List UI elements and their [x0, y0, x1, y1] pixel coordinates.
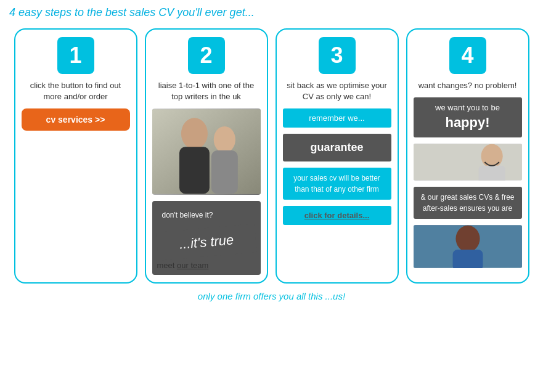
meet-team-text: meet our team [157, 261, 256, 270]
click-link[interactable]: click [304, 211, 322, 220]
svg-rect-11 [452, 250, 483, 268]
cv-services-button[interactable]: cv services >> [22, 108, 130, 131]
team-photo [152, 108, 261, 195]
remember-box: remember we... [283, 108, 391, 128]
card-2-description: liaise 1-to-1 with one of the top writer… [152, 80, 261, 102]
card-1-description: click the button to find out more and/or… [22, 80, 130, 102]
card-4-description: want changes? no problem! [418, 80, 517, 91]
click-details-box: click for details... [283, 206, 391, 225]
man-photo [414, 225, 522, 268]
svg-point-7 [481, 144, 502, 168]
guarantee-box: guarantee [283, 134, 391, 161]
its-true-text: ...it's true [156, 224, 256, 261]
better-box: your sales cv will be better than that o… [283, 168, 391, 200]
card-1: 1 click the button to find out more and/… [14, 28, 137, 284]
card-3-description: sit back as we optimise your CV as only … [283, 80, 391, 102]
svg-point-10 [455, 226, 480, 252]
card-3: 3 sit back as we optimise your CV as onl… [276, 28, 399, 284]
smile-photo [414, 144, 522, 181]
svg-point-4 [213, 126, 235, 153]
our-team-link[interactable]: our team [177, 261, 208, 270]
card-2-dark-section: don't believe it? ...it's true meet our … [152, 201, 261, 274]
step-1-number: 1 [57, 37, 94, 74]
happy-text: happy! [418, 113, 517, 133]
cards-container: 1 click the button to find out more and/… [9, 28, 534, 284]
svg-point-2 [181, 118, 207, 150]
svg-rect-5 [211, 150, 237, 194]
after-sales-box: & our great sales CVs & free after-sales… [414, 187, 522, 219]
happy-box: we want you to be happy! [414, 97, 522, 137]
for-details-text: for details... [322, 211, 370, 220]
we-want-text: we want you to be [435, 103, 500, 112]
step-3-number: 3 [319, 37, 356, 74]
svg-rect-6 [414, 144, 522, 181]
svg-rect-3 [179, 147, 210, 194]
dont-believe-text: don't believe it? [157, 206, 256, 224]
card-2: 2 liaise 1-to-1 with one of the top writ… [145, 28, 268, 284]
step-4-number: 4 [449, 37, 486, 74]
card-4: 4 want changes? no problem! we want you … [406, 28, 529, 284]
step-2-number: 2 [188, 37, 225, 74]
svg-rect-8 [478, 166, 505, 181]
footer-text: only one firm offers you all this ...us! [9, 291, 534, 301]
page-title: 4 easy steps to the best sales CV you'll… [9, 6, 534, 19]
